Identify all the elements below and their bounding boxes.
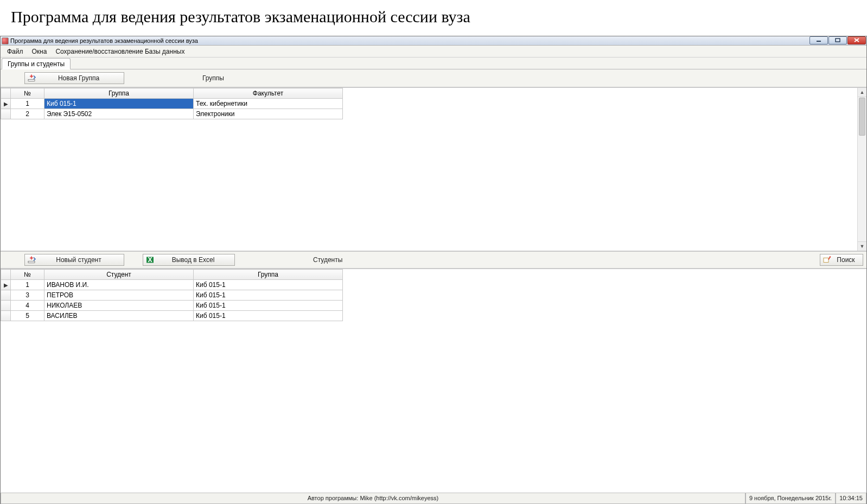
groups-col-num[interactable]: № [11, 88, 44, 99]
close-button[interactable] [847, 36, 866, 44]
students-col-num[interactable]: № [11, 270, 44, 280]
search-label: Поиск [837, 256, 855, 264]
cell-student[interactable]: ИВАНОВ И.И. [44, 280, 194, 290]
maximize-icon [835, 38, 840, 42]
students-table[interactable]: № Студент Группа ▶1ИВАНОВ И.И.Киб 015-13… [1, 269, 343, 321]
svg-rect-8 [824, 258, 828, 263]
menu-bar: Файл Окна Сохранение/восстановление Базы… [1, 46, 866, 58]
cell-num[interactable]: 5 [11, 311, 44, 321]
svg-point-9 [830, 256, 831, 257]
app-icon [2, 37, 9, 44]
groups-grid: № Группа Факультет ▶1Киб 015-1Тех. кибер… [1, 88, 866, 251]
table-row[interactable]: 2Элек Э15-0502Электроники [1, 109, 343, 119]
new-group-label: Новая Группа [58, 74, 99, 82]
excel-icon: X [146, 256, 154, 264]
current-row-icon: ▶ [4, 101, 8, 107]
cell-student[interactable]: ВАСИЛЕВ [44, 311, 194, 321]
students-grid: № Студент Группа ▶1ИВАНОВ И.И.Киб 015-13… [1, 269, 866, 493]
groups-corner [1, 88, 11, 99]
row-indicator [1, 301, 11, 311]
cell-group[interactable]: Киб 015-1 [194, 301, 343, 311]
cell-num[interactable]: 3 [11, 290, 44, 301]
scroll-up-icon[interactable]: ▲ [858, 88, 866, 97]
current-row-icon: ▶ [4, 282, 8, 288]
search-button[interactable]: Поиск [820, 254, 863, 266]
cell-group[interactable]: Киб 015-1 [194, 290, 343, 301]
insert-row-icon [28, 74, 36, 82]
table-row[interactable]: ▶1ИВАНОВ И.И.Киб 015-1 [1, 280, 343, 290]
row-indicator [1, 290, 11, 301]
search-icon [823, 256, 831, 264]
menu-backup[interactable]: Сохранение/восстановление Базы данных [51, 46, 189, 57]
maximize-button[interactable] [828, 36, 847, 44]
students-col-student[interactable]: Студент [44, 270, 194, 280]
status-time: 10:34:15 [836, 493, 866, 504]
cell-group[interactable]: Киб 015-1 [44, 99, 194, 109]
cell-faculty[interactable]: Электроники [194, 109, 343, 119]
svg-rect-4 [28, 80, 35, 81]
scroll-thumb[interactable] [859, 98, 865, 136]
students-label: Студенты [313, 256, 342, 264]
page-heading: Программа для ведения результатов экзаме… [0, 0, 867, 36]
groups-label: Группы [202, 74, 224, 82]
new-student-label: Новый студент [56, 256, 101, 264]
cell-num[interactable]: 4 [11, 301, 44, 311]
table-row[interactable]: ▶1Киб 015-1Тех. кибернетики [1, 99, 343, 109]
insert-row-icon [28, 256, 36, 264]
new-group-button[interactable]: Новая Группа [24, 72, 124, 84]
cell-num[interactable]: 1 [11, 280, 44, 290]
tab-strip: Группы и студенты [1, 58, 866, 69]
table-row[interactable]: 4НИКОЛАЕВКиб 015-1 [1, 301, 343, 311]
groups-scrollbar[interactable]: ▲ ▼ [857, 88, 866, 251]
cell-student[interactable]: ПЕТРОВ [44, 290, 194, 301]
cell-faculty[interactable]: Тех. кибернетики [194, 99, 343, 109]
menu-windows[interactable]: Окна [28, 46, 52, 57]
cell-num[interactable]: 2 [11, 109, 44, 119]
title-bar: Программа для ведения результатов экзаме… [1, 36, 866, 46]
status-bar: Автор программы: Mike (http://vk.com/mik… [1, 493, 866, 503]
groups-toolbar: Новая Группа Группы [1, 69, 866, 88]
window-controls [809, 36, 866, 46]
scroll-down-icon[interactable]: ▼ [858, 241, 866, 251]
new-student-button[interactable]: Новый студент [24, 254, 124, 266]
groups-col-faculty[interactable]: Факультет [194, 88, 343, 99]
minimize-button[interactable] [809, 36, 828, 44]
window-title: Программа для ведения результатов экзаме… [10, 37, 809, 44]
svg-rect-1 [836, 39, 840, 42]
menu-file[interactable]: Файл [3, 46, 28, 57]
export-excel-button[interactable]: X Вывод в Excel [143, 254, 235, 266]
row-indicator: ▶ [1, 280, 11, 290]
groups-table[interactable]: № Группа Факультет ▶1Киб 015-1Тех. кибер… [1, 88, 343, 119]
row-indicator: ▶ [1, 99, 11, 109]
students-toolbar: Новый студент X Вывод в Excel Студенты П… [1, 251, 866, 269]
cell-group[interactable]: Киб 015-1 [194, 280, 343, 290]
cell-num[interactable]: 1 [11, 99, 44, 109]
svg-rect-5 [28, 261, 35, 263]
row-indicator [1, 311, 11, 321]
cell-group[interactable]: Элек Э15-0502 [44, 109, 194, 119]
table-row[interactable]: 5ВАСИЛЕВКиб 015-1 [1, 311, 343, 321]
minimize-icon [816, 38, 821, 42]
cell-group[interactable]: Киб 015-1 [194, 311, 343, 321]
table-row[interactable]: 3ПЕТРОВКиб 015-1 [1, 290, 343, 301]
svg-text:X: X [148, 256, 152, 264]
cell-student[interactable]: НИКОЛАЕВ [44, 301, 194, 311]
export-excel-label: Вывод в Excel [172, 256, 215, 264]
status-date: 9 ноября, Понедельник 2015г. [745, 493, 836, 504]
tab-groups-students[interactable]: Группы и студенты [2, 58, 71, 69]
status-author: Автор программы: Mike (http://vk.com/mik… [1, 493, 745, 504]
app-window: Программа для ведения результатов экзаме… [0, 36, 867, 504]
students-corner [1, 270, 11, 280]
row-indicator [1, 109, 11, 119]
groups-col-group[interactable]: Группа [44, 88, 194, 99]
students-col-group[interactable]: Группа [194, 270, 343, 280]
close-icon [854, 38, 859, 42]
